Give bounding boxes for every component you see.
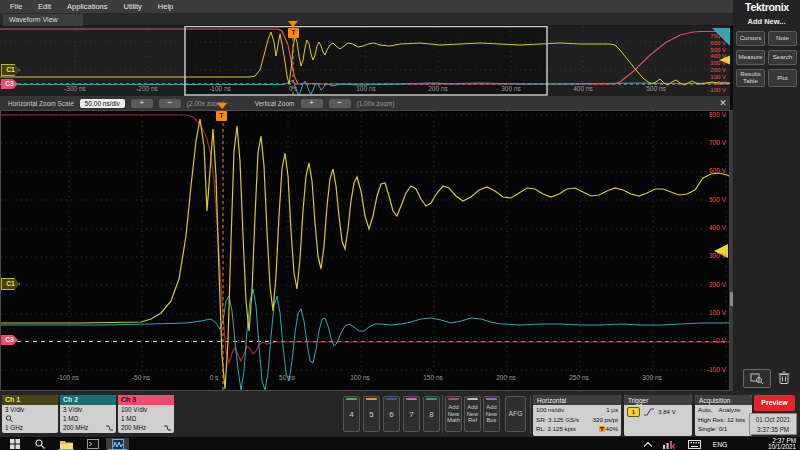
horizontal-position: 40% xyxy=(606,425,618,432)
bandwidth-limit-icon xyxy=(106,424,113,431)
menu-utility[interactable]: Utility xyxy=(123,2,141,11)
main-x-tick: 250 ns xyxy=(561,374,597,381)
main-x-tick: -50 ns xyxy=(123,374,159,381)
command-prompt-button[interactable] xyxy=(82,438,104,450)
ch5-color-strip xyxy=(366,398,377,400)
overview-x-tick: -200 ns xyxy=(129,85,165,92)
horizontal-badge[interactable]: Horizontal 100 ns/div1 µs SR: 3.125 GS/s… xyxy=(533,395,621,436)
main-y-tick: 0 V xyxy=(694,337,726,344)
horizontal-sample-rate: SR: 3.125 GS/s xyxy=(536,416,579,423)
add-new-title: Add New... xyxy=(733,17,800,26)
channel-3-badge[interactable]: Ch 3 100 V/div 1 MΩ 200 MHz xyxy=(118,395,174,433)
h-zoom-plus-button[interactable]: + xyxy=(131,99,153,108)
main-y-tick: 700 V xyxy=(694,139,726,146)
cursors-button[interactable]: Cursors xyxy=(736,31,765,46)
v-zoom-minus-button[interactable]: − xyxy=(329,99,351,108)
ch3-trace-main xyxy=(1,115,729,363)
overview-y-tick: 700 V xyxy=(698,33,726,39)
h-zoom-scale-label: Horizontal Zoom Scale xyxy=(8,100,74,107)
trigger-flag-overview[interactable]: T xyxy=(288,28,299,38)
main-y-tick: -100 V xyxy=(694,366,726,373)
taskbar-search-button[interactable] xyxy=(30,438,50,450)
overview-x-tick: -300 ns xyxy=(57,85,93,92)
network-disconnected-icon xyxy=(663,439,675,449)
channel-8-button[interactable]: 8 xyxy=(423,396,440,432)
menu-help[interactable]: Help xyxy=(158,2,173,11)
ch2-bandwidth: 200 MHz xyxy=(60,423,116,432)
language-indicator[interactable]: ENG xyxy=(708,438,732,450)
start-button[interactable] xyxy=(4,438,26,450)
main-x-tick: 0 s xyxy=(196,374,232,381)
plot-button[interactable]: Plot xyxy=(768,69,797,87)
trigger-position-icon xyxy=(599,426,605,432)
search-button[interactable]: Search xyxy=(768,50,797,65)
v-zoom-plus-button[interactable]: + xyxy=(301,99,323,108)
add-new-bus-button[interactable]: Add New Bus xyxy=(483,396,500,432)
afg-button[interactable]: AFG xyxy=(505,396,526,432)
trash-icon xyxy=(778,371,790,384)
tab-waveform-view[interactable]: Waveform View xyxy=(3,14,83,26)
zoom-box-icon xyxy=(750,373,764,384)
expansion-point-triangle[interactable] xyxy=(217,103,227,109)
scope-date: 01 Oct 2021 xyxy=(750,415,796,425)
menu-edit[interactable]: Edit xyxy=(38,2,51,11)
bus-color-strip xyxy=(486,398,497,400)
measure-button[interactable]: Measure xyxy=(736,50,765,65)
ch1-scale: 3 V/div xyxy=(2,405,58,414)
channel-2-badge[interactable]: Ch 2 3 V/div 1 MΩ 200 MHz xyxy=(60,395,116,433)
taskbar-date: 10/1/2021 xyxy=(738,444,796,450)
ch3-header: Ch 3 xyxy=(118,395,174,405)
preview-button[interactable]: Preview xyxy=(754,395,795,411)
main-y-tick: 300 V xyxy=(694,252,726,259)
ch3-bandwidth: 200 MHz xyxy=(118,423,174,432)
channel-5-button[interactable]: 5 xyxy=(363,396,380,432)
ch2-header: Ch 2 xyxy=(60,395,116,405)
main-x-tick: 50 ns xyxy=(269,374,305,381)
channel-6-button[interactable]: 6 xyxy=(383,396,400,432)
touch-keyboard-button[interactable] xyxy=(684,438,704,450)
menu-file[interactable]: File xyxy=(10,2,22,11)
ch1-header: Ch 1 xyxy=(2,395,58,405)
horizontal-resolution: 320 ps/pt xyxy=(593,416,618,423)
trigger-indicator-triangle-overview[interactable] xyxy=(288,21,298,27)
terminal-icon xyxy=(87,439,99,449)
trash-button[interactable] xyxy=(774,369,794,386)
horizontal-record-length: RL: 3.125 kpts xyxy=(536,425,576,432)
acquisition-badge[interactable]: Acquisition Auto,Analyze High Res: 12 bi… xyxy=(695,395,752,436)
folder-icon xyxy=(60,439,73,449)
horizontal-window: 1 µs xyxy=(606,406,618,413)
taskbar-chevron-button[interactable] xyxy=(640,438,656,450)
add-new-ref-button[interactable]: Add New Ref xyxy=(464,396,481,432)
scope-clock-badge[interactable]: 01 Oct 2021 3:37:35 PM xyxy=(749,413,797,435)
ch8-color-strip xyxy=(426,398,437,400)
zoom-tool-button[interactable] xyxy=(743,369,771,388)
main-waveform-plot[interactable] xyxy=(0,110,730,391)
results-table-button[interactable]: Results Table xyxy=(736,69,765,87)
taskbar-clock[interactable]: 2:37 PM 10/1/2021 xyxy=(738,438,796,450)
scope-time: 3:37:35 PM xyxy=(750,425,796,435)
h-zoom-scale-value[interactable]: 50.00 ns/div xyxy=(80,99,125,108)
main-x-tick: 300 ns xyxy=(634,374,670,381)
main-plot-canvas xyxy=(1,111,729,390)
main-x-tick: 100 ns xyxy=(342,374,378,381)
divider-grip-handle[interactable] xyxy=(730,292,733,306)
channel-1-badge[interactable]: Ch 1 3 V/div 1 GHz xyxy=(2,395,58,433)
menu-applications[interactable]: Applications xyxy=(67,2,107,11)
h-zoom-minus-button[interactable]: − xyxy=(159,99,181,108)
channel-4-button[interactable]: 4 xyxy=(343,396,360,432)
trigger-flag-main[interactable]: T xyxy=(216,111,227,121)
main-y-tick: 100 V xyxy=(694,309,726,316)
tektronix-logo: Tektronix xyxy=(736,1,798,13)
close-zoom-view-button[interactable]: ✕ xyxy=(717,97,729,109)
network-status-button[interactable] xyxy=(660,438,678,450)
horizontal-scale: 100 ns/div xyxy=(536,406,564,413)
ch2-impedance: 1 MΩ xyxy=(60,414,116,423)
trigger-badge[interactable]: Trigger 1 3.84 V xyxy=(624,395,692,436)
add-new-math-button[interactable]: Add New Math xyxy=(445,396,462,432)
tab-bar xyxy=(0,13,733,26)
channel-7-button[interactable]: 7 xyxy=(403,396,420,432)
v-zoom-label: Vertical Zoom xyxy=(255,100,295,107)
main-y-tick: 800 V xyxy=(694,111,726,118)
overview-x-tick: 500 ns xyxy=(638,85,674,92)
note-button[interactable]: Note xyxy=(768,31,797,46)
